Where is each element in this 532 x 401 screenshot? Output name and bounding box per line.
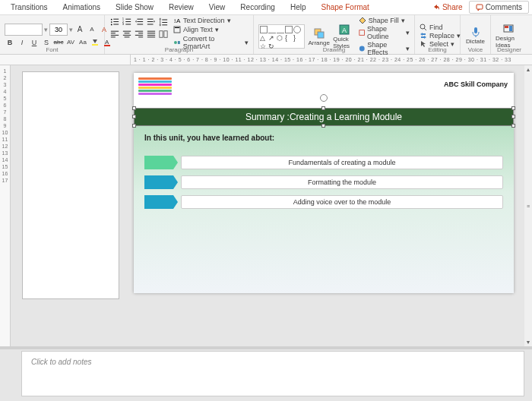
list-item: Fundamentals of creating a module (144, 156, 503, 169)
shapes-gallery[interactable]: △ ↗ ⬡ { } ☆ ↻ (258, 24, 305, 49)
share-label: Share (442, 3, 463, 11)
svg-rect-25 (111, 31, 119, 32)
slide[interactable]: ABC Skill Company Summary :Creating a Le… (134, 73, 514, 293)
svg-rect-49 (318, 32, 324, 38)
svg-rect-52 (359, 30, 364, 36)
selection-handle[interactable] (321, 124, 325, 128)
svg-rect-59 (509, 26, 512, 31)
svg-rect-58 (505, 26, 508, 28)
svg-rect-15 (125, 24, 131, 25)
slide-thumbnails-panel[interactable] (11, 65, 131, 346)
svg-rect-26 (111, 33, 116, 33)
increase-font-button[interactable]: A (74, 24, 85, 35)
svg-rect-32 (125, 36, 130, 37)
svg-rect-42 (164, 31, 167, 38)
svg-rect-27 (111, 35, 119, 36)
selection-handle[interactable] (321, 106, 325, 110)
tab-animations[interactable]: Animations (55, 2, 108, 13)
slide-canvas-area[interactable]: ABC Skill Company Summary :Creating a Le… (131, 65, 532, 346)
svg-rect-18 (137, 24, 143, 25)
svg-rect-31 (123, 35, 131, 36)
shape-fill-button[interactable]: Shape Fill ▾ (359, 17, 410, 24)
svg-rect-39 (147, 35, 155, 36)
align-right-button[interactable] (134, 29, 144, 39)
comments-button[interactable]: Comments (469, 1, 529, 14)
comment-icon (476, 4, 483, 11)
horizontal-ruler[interactable]: 1 · 1 · 2 · 3 · 4 · 5 · 6 · 7 · 8 · 9 · … (131, 55, 532, 65)
slide-title-text: Summary :Creating a Learning Module (245, 112, 402, 122)
scroll-up-icon[interactable]: ▲ (526, 67, 531, 72)
line-spacing-button[interactable] (158, 17, 169, 27)
editing-group-label: Editing (415, 46, 460, 53)
tab-recording[interactable]: Recording (233, 2, 283, 13)
bullet-arrow-icon (144, 195, 173, 209)
list-item: Adding voice over to the module (144, 195, 503, 209)
decrease-indent-button[interactable] (134, 17, 144, 27)
scroll-prev-slide-icon[interactable]: ≡ (527, 204, 530, 209)
align-text-button[interactable]: Align Text ▾ (173, 26, 249, 33)
shape-fill-label: Shape Fill (369, 17, 399, 24)
find-button[interactable]: Find (420, 24, 461, 31)
svg-rect-56 (474, 27, 477, 33)
selection-handle[interactable] (132, 106, 136, 110)
tab-slide-show[interactable]: Slide Show (108, 2, 161, 13)
slide-thumbnail[interactable] (22, 71, 119, 299)
design-ideas-button[interactable]: Design Ideas (496, 22, 521, 49)
tab-shape-format[interactable]: Shape Format (314, 2, 377, 13)
bullets-button[interactable] (109, 17, 120, 27)
svg-rect-9 (113, 24, 119, 25)
svg-point-8 (111, 24, 112, 26)
selection-handle[interactable] (132, 124, 136, 128)
ribbon: ▾ ▾ A A A B I U S abc AV Aa A (0, 15, 532, 55)
vertical-scrollbar[interactable]: ▲ ≡ ▼ (524, 65, 532, 346)
dictate-button[interactable]: Dictate (465, 22, 486, 49)
dictate-label: Dictate (466, 38, 485, 45)
selection-handle[interactable] (132, 115, 136, 118)
tab-transitions[interactable]: Transitions (3, 2, 55, 13)
tab-review[interactable]: Review (161, 2, 201, 13)
ribbon-group-voice: Dictate Voice (461, 15, 491, 54)
svg-rect-22 (162, 20, 167, 21)
selection-handle[interactable] (511, 124, 515, 128)
selection-handle[interactable] (511, 106, 515, 110)
svg-rect-17 (137, 21, 143, 22)
notes-panel[interactable]: Click to add notes (21, 351, 524, 396)
svg-text:↕A: ↕A (173, 17, 181, 24)
shape-outline-button[interactable]: Shape Outline ▾ (359, 25, 410, 40)
notes-splitter[interactable] (0, 346, 532, 349)
decrease-font-button[interactable]: A (87, 24, 97, 35)
svg-rect-20 (147, 21, 154, 22)
vertical-ruler[interactable]: 1234567891011121314151617 (0, 65, 11, 346)
justify-button[interactable] (146, 29, 157, 39)
drawing-group-label: Drawing (254, 46, 414, 53)
designer-group-label: Designer (491, 46, 527, 53)
numbering-button[interactable]: 123 (122, 17, 132, 27)
svg-rect-40 (147, 36, 155, 37)
share-button[interactable]: Share (426, 2, 469, 13)
columns-button[interactable] (158, 29, 169, 39)
shape-outline-label: Shape Outline (367, 25, 404, 40)
text-direction-button[interactable]: ↕AText Direction ▾ (173, 17, 249, 24)
bullet-arrow-icon (144, 175, 173, 189)
align-center-button[interactable] (122, 29, 132, 39)
slide-title-shape[interactable]: Summary :Creating a Learning Module (134, 108, 514, 126)
svg-rect-7 (113, 21, 119, 22)
paragraph-group-label: Paragraph (105, 46, 253, 53)
align-text-label: Align Text (183, 26, 213, 33)
tab-view[interactable]: View (201, 2, 233, 13)
selection-handle[interactable] (511, 115, 515, 118)
tab-help[interactable]: Help (283, 2, 314, 13)
svg-point-46 (174, 41, 177, 44)
list-item: Formatting the module (144, 175, 503, 189)
font-size-input[interactable] (49, 24, 68, 36)
svg-text:A: A (342, 27, 347, 34)
replace-button[interactable]: Replace ▾ (420, 32, 461, 39)
rotate-handle-icon[interactable] (320, 94, 328, 102)
svg-rect-29 (123, 31, 131, 32)
scroll-down-icon[interactable]: ▼ (526, 339, 531, 345)
align-left-button[interactable] (109, 29, 120, 39)
font-family-input[interactable] (5, 24, 43, 36)
list-item-text: Formatting the module (181, 175, 503, 189)
increase-indent-button[interactable] (146, 17, 157, 27)
svg-rect-13 (125, 21, 131, 22)
